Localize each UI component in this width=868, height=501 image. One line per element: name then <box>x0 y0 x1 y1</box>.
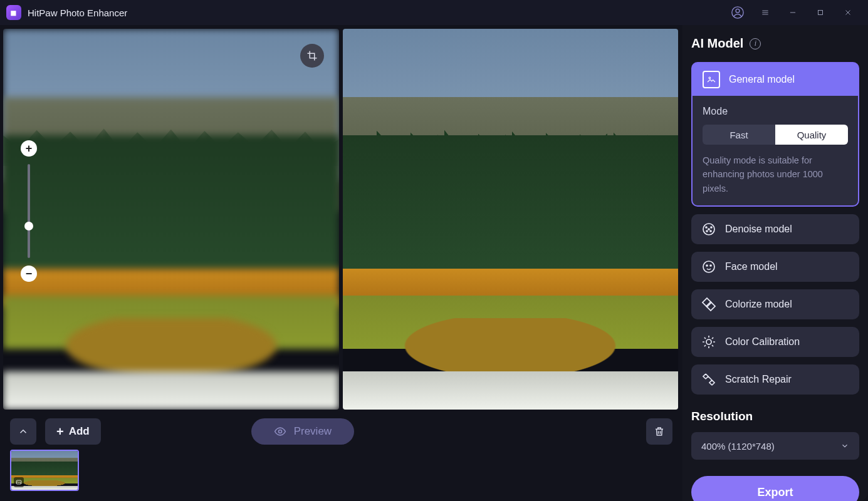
face-icon <box>701 259 716 274</box>
svg-point-11 <box>710 230 711 232</box>
model-label: Face model <box>725 261 778 272</box>
zoom-slider[interactable] <box>28 164 30 258</box>
model-label: Colorize model <box>725 299 792 310</box>
preview-compare: + − <box>3 29 678 410</box>
image-icon <box>703 71 720 88</box>
svg-point-7 <box>708 229 709 230</box>
brightness-icon <box>701 334 716 349</box>
image-badge-icon <box>14 477 24 487</box>
model-denoise[interactable]: Denoise model <box>691 214 859 244</box>
svg-point-13 <box>706 265 708 266</box>
add-button[interactable]: + Add <box>45 418 101 445</box>
minimize-button[interactable] <box>779 0 807 25</box>
model-scratch-repair[interactable]: Scratch Repair <box>691 364 859 395</box>
after-pane[interactable] <box>343 29 679 410</box>
scratch-icon <box>701 372 716 387</box>
resolution-title: Resolution <box>691 410 859 423</box>
model-color-calibration[interactable]: Color Calibration <box>691 327 859 357</box>
svg-point-9 <box>711 227 712 228</box>
model-face[interactable]: Face model <box>691 252 859 282</box>
svg-point-3 <box>278 430 281 433</box>
colorize-icon <box>701 297 716 312</box>
thumbnail[interactable] <box>10 450 79 491</box>
denoise-icon <box>701 222 716 237</box>
title-bar: ◆ HitPaw Photo Enhancer <box>0 0 868 25</box>
svg-point-1 <box>736 9 740 13</box>
model-label: Denoise model <box>725 224 792 235</box>
preview-label: Preview <box>294 425 332 438</box>
export-label: Export <box>757 486 793 499</box>
export-button[interactable]: Export <box>691 476 859 501</box>
crop-button[interactable] <box>300 44 324 68</box>
delete-button[interactable] <box>646 418 672 445</box>
eye-icon <box>274 425 286 438</box>
menu-icon[interactable] <box>751 0 779 25</box>
close-button[interactable] <box>834 0 862 25</box>
mode-label: Mode <box>703 106 848 117</box>
mode-quality[interactable]: Quality <box>775 125 848 145</box>
model-label: General model <box>729 74 795 85</box>
add-label: Add <box>69 425 90 438</box>
zoom-handle[interactable] <box>24 222 33 230</box>
model-label: Scratch Repair <box>725 374 792 385</box>
collapse-button[interactable] <box>10 418 36 445</box>
svg-point-8 <box>706 227 707 228</box>
ai-model-title: AI Model <box>691 36 743 51</box>
resolution-dropdown[interactable]: 400% (1120*748) <box>691 432 859 460</box>
svg-point-12 <box>703 261 714 272</box>
model-label: Color Calibration <box>725 336 800 348</box>
model-colorize[interactable]: Colorize model <box>691 289 859 319</box>
zoom-in-button[interactable]: + <box>21 140 37 157</box>
info-icon[interactable]: i <box>750 38 761 49</box>
mode-toggle: Fast Quality <box>703 125 848 145</box>
app-logo-icon: ◆ <box>6 5 21 20</box>
mode-fast[interactable]: Fast <box>703 125 775 145</box>
preview-button[interactable]: Preview <box>251 418 354 445</box>
settings-panel: AI Model i General model Mode Fast Quali… <box>682 25 868 501</box>
model-general[interactable]: General model Mode Fast Quality Quality … <box>691 62 859 207</box>
resolution-value: 400% (1120*748) <box>701 441 775 452</box>
account-icon[interactable] <box>724 0 751 25</box>
before-pane[interactable]: + − <box>3 29 339 410</box>
mode-description: Quality mode is suitable for enhancing p… <box>703 153 848 195</box>
svg-point-14 <box>710 265 711 266</box>
svg-point-10 <box>706 230 708 232</box>
app-title: HitPaw Photo Enhancer <box>28 8 127 18</box>
plus-icon: + <box>56 425 64 439</box>
maximize-button[interactable] <box>807 0 834 25</box>
chevron-down-icon <box>840 442 849 450</box>
zoom-out-button[interactable]: − <box>21 266 37 282</box>
svg-rect-2 <box>818 11 823 15</box>
svg-point-17 <box>706 339 711 344</box>
svg-point-5 <box>709 77 711 79</box>
